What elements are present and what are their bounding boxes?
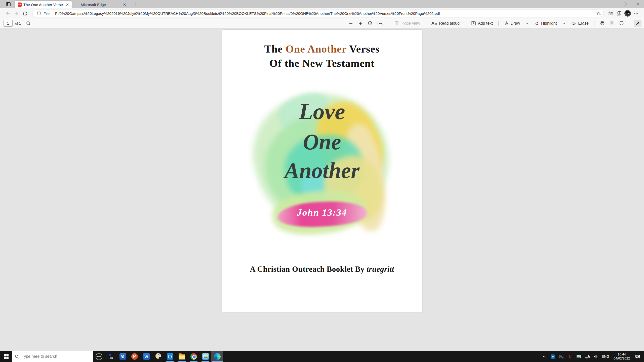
fit-to-width-icon[interactable] <box>376 20 385 27</box>
chrome-icon <box>190 353 197 360</box>
language-indicator[interactable]: ENG <box>600 354 611 358</box>
photos-icon <box>202 353 209 360</box>
taskbar-app-dell[interactable]: DELL <box>93 351 105 362</box>
magnifier-icon <box>119 353 126 360</box>
search-icon <box>15 354 19 359</box>
rotate-icon[interactable] <box>366 20 374 27</box>
device-utility-icon <box>108 353 114 359</box>
pdf-page: The One Another Verses Of the New Testam… <box>222 30 422 312</box>
tab-microsoft-edge[interactable]: Microsoft Edge <box>72 1 129 8</box>
erase-button[interactable]: Erase <box>570 20 590 27</box>
edge-icon <box>214 353 221 360</box>
back-icon[interactable] <box>4 10 12 17</box>
save-icon <box>608 20 616 27</box>
document-caption: A Christian Outreach Booklet By truegrit… <box>222 265 422 274</box>
taskbar-app-device-utility[interactable] <box>105 351 117 362</box>
read-aloud-icon: A <box>431 21 434 25</box>
document-title: The One Another Verses Of the New Testam… <box>222 42 422 71</box>
browser-toolbar: File | F:/0%20Gampa's%20Legacy%202019%20… <box>0 8 644 18</box>
refresh-icon[interactable] <box>21 10 29 17</box>
settings-more-icon[interactable] <box>632 10 640 17</box>
page-view-button: Page view <box>393 20 422 27</box>
taskbar-app-word[interactable]: W <box>140 351 152 362</box>
powerpoint-icon: P <box>131 353 138 360</box>
edge-logo-icon <box>75 3 79 7</box>
tray-chevron-up-icon[interactable] <box>541 351 548 362</box>
tab-close-icon[interactable] <box>65 2 69 7</box>
page-number-input[interactable] <box>4 20 13 27</box>
taskbar-app-photos[interactable] <box>199 351 211 362</box>
tab-title: Microsoft Edge <box>81 3 121 7</box>
pdf-toolbar: of 1 Page view A Read aloud Add text <box>0 18 644 28</box>
tab-title: The One Another Verses Front Pa <box>23 3 63 7</box>
page-info-icon[interactable] <box>36 10 42 16</box>
address-divider: | <box>52 11 53 16</box>
search-document-icon[interactable] <box>24 20 32 27</box>
profile-avatar[interactable] <box>623 10 632 17</box>
taskbar-app-magnifier[interactable] <box>117 351 129 362</box>
print-icon[interactable] <box>598 20 606 27</box>
paint-palette-icon <box>155 353 162 360</box>
file-explorer-icon <box>179 354 185 359</box>
vertical-tabs-icon[interactable] <box>4 1 13 8</box>
taskbar-app-file-explorer[interactable] <box>176 351 188 362</box>
windows-taskbar: DELL P W <box>0 351 644 362</box>
draw-chevron-down-icon[interactable] <box>524 20 531 27</box>
tray-network-icon[interactable] <box>583 351 591 362</box>
tray-ccleaner-icon[interactable]: C <box>566 351 574 362</box>
title-line-2: Of the New Testament <box>222 56 422 71</box>
zoom-out-icon[interactable] <box>347 20 355 27</box>
read-aloud-button[interactable]: A Read aloud <box>430 20 461 27</box>
taskbar-search-box[interactable] <box>12 351 93 362</box>
collections-icon[interactable] <box>615 10 623 17</box>
draw-button[interactable]: Draw <box>503 20 521 27</box>
tray-outlook-icon[interactable]: o <box>549 351 557 362</box>
save-as-icon[interactable] <box>618 20 626 27</box>
tray-volume-icon[interactable] <box>592 351 599 362</box>
pdf-file-icon: PDF <box>18 3 22 7</box>
taskbar-app-powerpoint[interactable]: P <box>129 351 140 362</box>
system-tray: o C ENG 10:44 04/02/2022 <box>541 351 644 362</box>
tab-separator <box>131 2 131 7</box>
favorites-icon[interactable] <box>606 10 615 17</box>
protocol-label: File <box>44 11 50 16</box>
pdf-viewer-canvas[interactable]: The One Another Verses Of the New Testam… <box>0 28 644 351</box>
zoom-in-icon[interactable] <box>357 20 364 27</box>
outlook-icon <box>167 353 173 360</box>
dell-icon: DELL <box>96 353 102 360</box>
tray-snip-icon[interactable] <box>558 351 565 362</box>
title-accent-text: One Another <box>286 43 346 55</box>
taskbar-app-paint[interactable] <box>152 351 164 362</box>
start-button[interactable] <box>0 351 12 362</box>
taskbar-app-outlook[interactable] <box>164 351 176 362</box>
action-center-icon[interactable] <box>633 351 642 362</box>
tab-close-icon[interactable] <box>122 2 127 7</box>
title-line-1: The One Another Verses <box>222 42 422 56</box>
watercolor-artwork: Love One Another John 13:34 <box>264 87 381 240</box>
highlight-chevron-down-icon[interactable] <box>560 20 568 27</box>
maximize-button[interactable] <box>619 0 631 8</box>
add-favorite-icon[interactable] <box>595 10 601 16</box>
address-bar[interactable]: File | F:/0%20Gampa's%20Legacy%202019%20… <box>32 10 604 17</box>
taskbar-app-chrome[interactable] <box>188 351 199 362</box>
browser-tab-strip: PDF The One Another Verses Front Pa Micr… <box>0 0 644 8</box>
highlight-button[interactable]: Highlight <box>533 20 558 27</box>
tab-pdf-document[interactable]: PDF The One Another Verses Front Pa <box>15 1 72 8</box>
page-count-label: of 1 <box>15 21 21 25</box>
author-name: truegritt <box>367 265 394 274</box>
tray-time: 10:44 <box>614 352 630 356</box>
forward-icon[interactable] <box>12 10 21 17</box>
taskbar-app-edge[interactable] <box>211 351 223 362</box>
minimize-button[interactable] <box>606 0 619 8</box>
close-button[interactable] <box>631 0 644 8</box>
pin-toolbar-icon[interactable] <box>634 20 641 27</box>
clock[interactable]: 10:44 04/02/2022 <box>612 352 632 360</box>
add-text-button[interactable]: Add text <box>469 20 494 27</box>
tray-photos-icon[interactable] <box>575 351 582 362</box>
new-tab-button[interactable] <box>133 1 139 7</box>
url-text[interactable]: F:/0%20Gampa's%20Legacy%202019%20July/0%… <box>55 11 595 16</box>
word-icon: W <box>143 353 150 360</box>
window-controls <box>606 0 644 8</box>
search-input[interactable] <box>22 354 82 359</box>
verse-reference: John 13:34 <box>264 207 381 218</box>
